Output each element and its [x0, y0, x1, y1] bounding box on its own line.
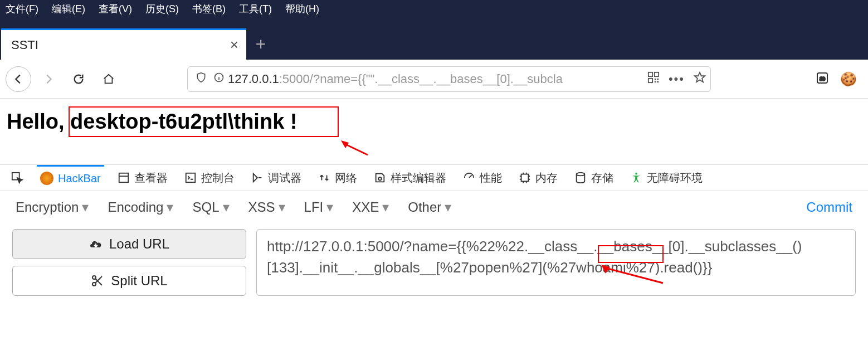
hb-menu-encoding[interactable]: Encoding▾: [108, 199, 173, 215]
url-path: /?name={{"".__class__.__bases__[0].__sub…: [310, 72, 563, 86]
svg-point-21: [635, 173, 637, 175]
svg-rect-9: [657, 81, 659, 82]
svg-point-18: [378, 177, 382, 181]
back-button[interactable]: [6, 66, 31, 92]
devtools-tab-inspector[interactable]: 查看器: [114, 165, 171, 191]
menu-help[interactable]: 帮助(H): [285, 2, 319, 16]
hb-menu-xss[interactable]: XSS▾: [248, 199, 285, 215]
devtools-tab-network[interactable]: 网络: [315, 165, 360, 191]
page-actions-icon[interactable]: •••: [669, 72, 685, 86]
devtools-tab-console[interactable]: 控制台: [181, 165, 238, 191]
hb-url-textarea[interactable]: [256, 229, 856, 296]
url-host: 127.0.0.1: [228, 72, 279, 86]
forward-button[interactable]: [36, 66, 61, 92]
hackbar-logo-icon: [40, 172, 53, 185]
svg-rect-6: [655, 78, 656, 80]
menu-tools[interactable]: 工具(T): [239, 2, 272, 16]
home-button[interactable]: [96, 66, 121, 92]
devtools-tab-debugger[interactable]: 调试器: [248, 165, 305, 191]
chevron-down-icon: ▾: [382, 199, 389, 215]
svg-rect-16: [119, 173, 128, 183]
annotation-arrow-icon: [341, 140, 369, 157]
svg-rect-8: [655, 81, 656, 82]
bookmark-star-icon[interactable]: [694, 71, 706, 87]
menubar: 文件(F) 编辑(E) 查看(V) 历史(S) 书签(B) 工具(T) 帮助(H…: [0, 0, 868, 18]
chevron-down-icon: ▾: [445, 199, 451, 215]
chevron-down-icon: ▾: [326, 199, 333, 215]
hb-split-url-button[interactable]: Split URL: [12, 266, 246, 296]
hb-menu-encryption[interactable]: Encryption▾: [16, 199, 89, 215]
svg-rect-5: [648, 78, 652, 82]
svg-rect-4: [655, 72, 659, 76]
devtools-pick-element[interactable]: [8, 165, 27, 191]
hb-menu-lfi[interactable]: LFI▾: [304, 199, 334, 215]
svg-text:æ: æ: [820, 75, 826, 82]
page-content: Hello, desktop-t6u2ptl\think !: [0, 99, 868, 164]
svg-point-20: [576, 173, 584, 176]
greeting-prefix: Hello,: [7, 110, 70, 133]
devtools-tab-performance[interactable]: 性能: [460, 165, 505, 191]
hackbar-menus: Encryption▾ Encoding▾ SQL▾ XSS▾ LFI▾ XXE…: [0, 191, 868, 223]
tracking-shield-icon[interactable]: [196, 72, 207, 86]
chevron-down-icon: ▾: [279, 199, 285, 215]
reload-button[interactable]: [66, 66, 91, 92]
tab-ssti[interactable]: SSTI ×: [1, 28, 246, 60]
hackbar-buttons: Load URL Split URL: [12, 229, 246, 296]
url-text: 127.0.0.1:5000/?name={{"".__class__.__ba…: [228, 72, 563, 86]
tab-close-icon[interactable]: ×: [230, 36, 238, 53]
annotation-arrow-2-icon: [599, 264, 666, 286]
svg-rect-7: [657, 78, 659, 80]
svg-marker-14: [341, 140, 349, 148]
menu-edit[interactable]: 编辑(E): [52, 2, 85, 16]
devtools-tab-style[interactable]: 样式编辑器: [370, 165, 450, 191]
svg-marker-10: [695, 72, 705, 81]
qr-icon[interactable]: [647, 71, 660, 87]
chevron-down-icon: ▾: [167, 199, 173, 215]
cookie-icon[interactable]: 🍪: [840, 71, 857, 87]
hb-menu-sql[interactable]: SQL▾: [192, 199, 229, 215]
svg-line-13: [344, 144, 368, 155]
tabbar: SSTI × +: [0, 18, 868, 60]
devtools-tabbar: HackBar 查看器 控制台 调试器 网络 样式编辑器 性能 内存 存储 无障…: [0, 164, 868, 191]
menu-history[interactable]: 历史(S): [145, 2, 179, 16]
svg-rect-17: [186, 173, 195, 183]
svg-rect-19: [521, 174, 528, 182]
hb-commit-button[interactable]: Commit: [806, 199, 852, 215]
devtools-tab-hackbar[interactable]: HackBar: [37, 165, 104, 191]
hackbar-main: Load URL Split URL: [0, 223, 868, 301]
site-info-icon[interactable]: [213, 72, 225, 86]
svg-rect-3: [648, 72, 652, 76]
menu-file[interactable]: 文件(F): [6, 2, 38, 16]
url-port: :5000: [279, 72, 310, 86]
extension-icon[interactable]: æ: [816, 71, 829, 87]
tab-title: SSTI: [11, 38, 38, 52]
chevron-down-icon: ▾: [82, 199, 89, 215]
annotation-box: [69, 106, 339, 137]
svg-line-24: [606, 268, 663, 283]
devtools-tab-memory[interactable]: 内存: [515, 165, 561, 191]
hb-load-url-button[interactable]: Load URL: [12, 229, 246, 259]
url-bar[interactable]: 127.0.0.1:5000/?name={{"".__class__.__ba…: [187, 66, 711, 92]
menu-bookmarks[interactable]: 书签(B): [192, 2, 226, 16]
chevron-down-icon: ▾: [223, 199, 230, 215]
menu-view[interactable]: 查看(V): [99, 2, 132, 16]
hb-menu-other[interactable]: Other▾: [408, 199, 451, 215]
hb-menu-xxe[interactable]: XXE▾: [352, 199, 389, 215]
annotation-box-2: [598, 245, 664, 263]
new-tab-button[interactable]: +: [246, 28, 275, 60]
devtools-tab-accessibility[interactable]: 无障碍环境: [627, 165, 706, 191]
devtools-tab-storage[interactable]: 存储: [571, 165, 617, 191]
nav-toolbar: 127.0.0.1:5000/?name={{"".__class__.__ba…: [0, 60, 868, 99]
